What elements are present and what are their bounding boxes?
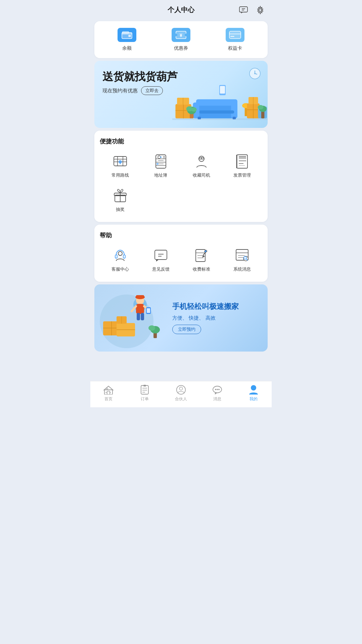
service-icon (112, 247, 128, 264)
svg-rect-92 (204, 250, 207, 252)
settings-icon-btn[interactable] (254, 4, 266, 16)
driver-icon (193, 153, 210, 170)
route-icon (112, 153, 128, 170)
svg-rect-113 (137, 313, 140, 320)
svg-rect-112 (147, 308, 150, 313)
svg-point-125 (105, 392, 107, 393)
svg-rect-0 (239, 7, 247, 12)
nav-item-home[interactable]: 首页 (98, 385, 119, 402)
coupon-icon: ¥ (172, 28, 190, 42)
nav-item-partner[interactable]: 合伙人 (171, 385, 191, 402)
svg-point-35 (191, 107, 197, 111)
svg-point-61 (158, 156, 161, 158)
quick-label-lottery: 抽奖 (116, 206, 125, 213)
quick-item-addressbook[interactable]: 地址簿 (140, 151, 181, 181)
balance-item-card[interactable]: 权益卡 (226, 28, 244, 51)
svg-text:¥: ¥ (180, 33, 182, 38)
clock-decoration (249, 67, 261, 80)
banner2-card: 手机轻松叫极速搬家 方便、 快捷、 高效 立即预约 (94, 284, 268, 352)
svg-rect-29 (199, 110, 234, 113)
svg-rect-31 (233, 117, 236, 120)
feedback-icon (153, 247, 169, 264)
home-icon (103, 385, 114, 395)
balance-label-coupon: 优惠券 (174, 45, 188, 51)
message-nav-icon (212, 385, 222, 395)
nav-item-message[interactable]: 消息 (207, 385, 227, 402)
svg-point-119 (148, 325, 155, 331)
quick-label-addressbook: 地址簿 (154, 172, 167, 178)
wallet-icon (118, 28, 136, 42)
svg-point-136 (217, 389, 218, 390)
balance-card: 余额 ¥ 优惠券 (94, 21, 268, 58)
svg-rect-131 (143, 385, 146, 386)
help-title: 帮助 (100, 231, 262, 239)
svg-rect-107 (136, 295, 144, 298)
help-item-feedback[interactable]: 意见反馈 (140, 245, 181, 275)
svg-rect-7 (122, 32, 129, 33)
svg-rect-124 (106, 388, 108, 389)
nav-label-partner: 合伙人 (175, 396, 187, 402)
help-card: 帮助 客服中心 (94, 225, 268, 282)
invoice-icon (234, 153, 250, 170)
quick-item-driver[interactable]: 收藏司机 (181, 151, 222, 181)
svg-rect-12 (229, 31, 241, 39)
balance-item-coupon[interactable]: ¥ 优惠券 (172, 28, 190, 51)
balance-item-wallet[interactable]: 余额 (118, 28, 136, 51)
svg-rect-83 (123, 255, 125, 258)
svg-point-3 (259, 9, 262, 11)
quick-item-route[interactable]: 常用路线 (100, 151, 140, 181)
message-icon-btn[interactable] (237, 4, 250, 16)
banner1-content: 送货就找货葫芦 现在预约有优惠 立即去 (94, 61, 268, 103)
addressbook-icon (153, 153, 169, 170)
quick-label-driver: 收藏司机 (193, 172, 210, 178)
banner1-title: 送货就找货葫芦 (102, 70, 260, 83)
svg-rect-82 (115, 255, 117, 258)
banner2-illustration (94, 284, 172, 352)
quick-functions-grid: 常用路线 (100, 151, 262, 215)
balance-label-card: 权益卡 (228, 45, 242, 51)
partner-icon (176, 385, 186, 395)
help-label-fee: 收费标准 (193, 266, 210, 272)
nav-label-message: 消息 (213, 396, 221, 402)
banner2-title: 手机轻松叫极速搬家 (172, 302, 239, 312)
fee-icon (193, 247, 210, 264)
banner1-button[interactable]: 立即去 (141, 86, 163, 95)
svg-point-138 (251, 385, 256, 390)
system-icon (234, 247, 250, 264)
svg-rect-6 (128, 35, 131, 37)
nav-item-profile[interactable]: 我的 (243, 385, 264, 402)
svg-rect-76 (239, 156, 246, 157)
svg-point-70 (201, 157, 202, 159)
help-label-system: 系统消息 (233, 266, 251, 272)
help-item-system[interactable]: 系统消息 (222, 245, 262, 275)
banner2-button[interactable]: 立即预约 (172, 325, 201, 334)
help-item-fee[interactable]: 收费标准 (181, 245, 222, 275)
svg-point-81 (118, 251, 122, 256)
order-icon (140, 385, 150, 395)
banner1-card: 送货就找货葫芦 现在预约有优惠 立即去 (94, 61, 268, 128)
help-item-service[interactable]: 客服中心 (100, 245, 140, 275)
quick-item-lottery[interactable]: 抽奖 (100, 185, 140, 215)
nav-item-order[interactable]: 订单 (135, 385, 155, 402)
svg-rect-108 (136, 304, 144, 314)
svg-point-67 (156, 163, 159, 165)
quick-item-invoice[interactable]: 发票管理 (222, 151, 262, 181)
quick-functions-title: 便捷功能 (100, 137, 262, 145)
svg-rect-30 (198, 117, 201, 120)
gift-icon (112, 188, 128, 204)
card-icon (226, 28, 244, 42)
nav-label-profile: 我的 (250, 396, 258, 402)
help-grid: 客服中心 意见反馈 (100, 245, 262, 275)
svg-rect-123 (107, 391, 110, 395)
svg-rect-127 (141, 385, 148, 394)
banner1-subtitle: 现在预约有优惠 立即去 (102, 86, 260, 95)
svg-rect-84 (155, 250, 167, 260)
header-icons (237, 4, 266, 16)
svg-point-126 (109, 392, 111, 393)
svg-point-18 (254, 73, 256, 74)
svg-rect-13 (229, 33, 241, 35)
quick-label-invoice: 发票管理 (233, 172, 251, 178)
banner2-subtitle: 方便、 快捷、 高效 (172, 315, 215, 321)
help-label-feedback: 意见反馈 (152, 266, 170, 272)
svg-rect-14 (230, 36, 234, 37)
